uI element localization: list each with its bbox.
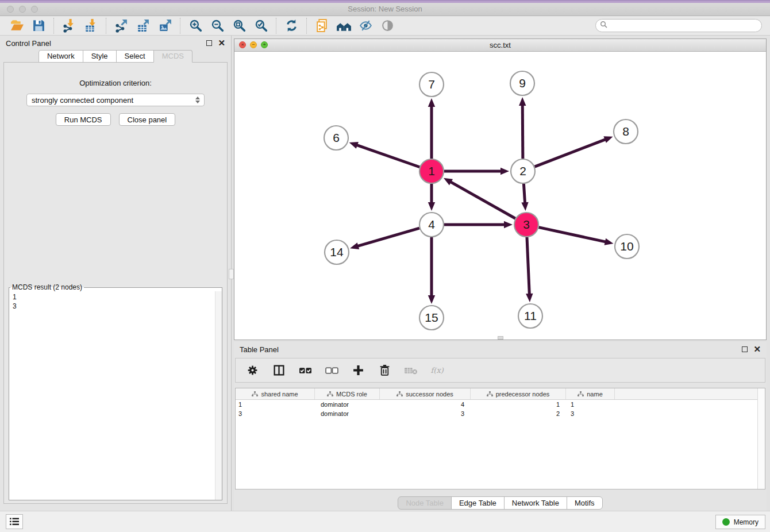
- graph-node-label-14: 14: [330, 245, 344, 259]
- zoom-fit-icon: [232, 18, 247, 33]
- control-panel-header: Control Panel ✕: [0, 36, 231, 51]
- export-network-button[interactable]: [110, 17, 132, 34]
- mcds-result-text[interactable]: 13: [10, 292, 221, 499]
- tab-node-table[interactable]: Node Table: [398, 496, 452, 510]
- float-table-panel-icon[interactable]: [742, 346, 748, 352]
- edge-arrowhead: [603, 136, 613, 143]
- export-image-button[interactable]: [154, 17, 176, 34]
- edge-arrowhead: [349, 142, 359, 149]
- zoom-out-icon: [210, 18, 225, 33]
- column-header-shared-name[interactable]: shared name: [236, 388, 315, 399]
- new-network-icon: [315, 18, 329, 33]
- run-mcds-button[interactable]: Run MCDS: [56, 113, 111, 126]
- main-area: Control Panel ✕ NetworkStyleSelectMCDS O…: [0, 36, 770, 511]
- tab-select[interactable]: Select: [116, 50, 154, 63]
- table-row[interactable]: 3dominator323: [236, 409, 765, 418]
- show-panel-button[interactable]: [376, 17, 398, 34]
- tab-edge-table[interactable]: Edge Table: [451, 496, 505, 510]
- export-image-icon: [158, 18, 172, 33]
- delete-column-button[interactable]: [377, 363, 392, 378]
- status-bar: Memory: [0, 511, 770, 532]
- home-button[interactable]: [333, 17, 355, 34]
- settings-button[interactable]: [245, 363, 260, 378]
- edge-1-6[interactable]: [356, 145, 419, 167]
- table-body: 1dominator4113dominator323: [236, 400, 765, 418]
- edge-3-1[interactable]: [450, 182, 515, 218]
- import-network-button[interactable]: [58, 17, 80, 34]
- criterion-dropdown[interactable]: strongly connected component: [26, 94, 205, 106]
- close-table-panel-icon[interactable]: ✕: [753, 346, 761, 352]
- network-window-titlebar[interactable]: × − + scc.txt: [234, 39, 766, 52]
- columns-button[interactable]: [271, 363, 286, 378]
- hide-panel-button[interactable]: [355, 17, 376, 34]
- close-panel-icon[interactable]: ✕: [218, 40, 225, 46]
- open-session-button[interactable]: [6, 17, 28, 34]
- edge-arrowhead: [350, 242, 359, 249]
- column-header-predecessor-nodes[interactable]: predecessor nodes: [471, 388, 566, 399]
- tab-mcds[interactable]: MCDS: [153, 50, 192, 63]
- column-header-name[interactable]: name: [566, 388, 615, 399]
- column-header-MCDS-role[interactable]: MCDS role: [315, 388, 380, 399]
- network-graph-canvas[interactable]: 1234678910111415: [234, 52, 766, 340]
- memory-status-icon: [722, 518, 730, 526]
- select-all-button[interactable]: [298, 363, 313, 378]
- result-scrollbar[interactable]: [215, 291, 222, 500]
- float-panel-icon[interactable]: [206, 40, 212, 46]
- close-panel-button[interactable]: Close panel: [119, 113, 176, 126]
- zoom-selected-icon: [254, 18, 268, 33]
- table-cell: 1: [471, 401, 566, 408]
- zoom-out-button[interactable]: [206, 17, 228, 34]
- table-panel-header: Table Panel ✕: [234, 342, 767, 357]
- function-icon: f(x): [430, 364, 445, 377]
- column-header-successor-nodes[interactable]: successor nodes: [380, 388, 471, 399]
- delete-column-icon: [379, 364, 391, 376]
- memory-button[interactable]: Memory: [715, 515, 765, 529]
- network-window-title: scc.txt: [234, 41, 766, 49]
- column-sort-icon: [327, 391, 333, 397]
- table-toolbar: f(x): [235, 358, 765, 383]
- column-sort-icon: [578, 391, 584, 397]
- import-table-icon: [84, 18, 98, 33]
- edge-3-10[interactable]: [538, 228, 606, 242]
- deselect-all-button[interactable]: [324, 363, 339, 378]
- splitter-handle[interactable]: [229, 269, 234, 279]
- tab-network[interactable]: Network: [38, 50, 83, 63]
- graph-node-label-9: 9: [519, 76, 526, 90]
- deselect-all-icon: [325, 364, 338, 376]
- refresh-button[interactable]: [280, 17, 302, 34]
- add-column-button[interactable]: [351, 363, 365, 378]
- table-cell: 4: [380, 401, 471, 408]
- task-history-button[interactable]: [6, 514, 23, 529]
- column-sort-icon: [487, 391, 493, 397]
- search-box[interactable]: [595, 19, 762, 32]
- tab-network-table[interactable]: Network Table: [504, 496, 567, 510]
- edge-2-3[interactable]: [523, 184, 525, 203]
- edge-2-8[interactable]: [535, 139, 606, 167]
- import-table-button[interactable]: [80, 17, 102, 34]
- tab-motifs[interactable]: Motifs: [567, 496, 603, 510]
- zoom-in-button[interactable]: [184, 17, 206, 34]
- control-panel-title: Control Panel: [6, 39, 206, 48]
- save-session-button[interactable]: [28, 17, 49, 34]
- edge-arrowhead: [428, 98, 435, 107]
- edge-arrowhead: [504, 221, 513, 228]
- edge-4-14[interactable]: [357, 228, 419, 246]
- edge-2-9[interactable]: [522, 105, 523, 159]
- network-resize-handle[interactable]: [498, 336, 503, 340]
- add-column-icon: [352, 364, 364, 376]
- zoom-fit-button[interactable]: [228, 17, 250, 34]
- table-header-row: shared nameMCDS rolesuccessor nodesprede…: [236, 388, 765, 400]
- tab-style[interactable]: Style: [83, 50, 117, 63]
- table-row[interactable]: 1dominator411: [236, 400, 765, 409]
- edge-3-11[interactable]: [527, 237, 529, 295]
- search-input[interactable]: [610, 21, 761, 31]
- table-scrollbar[interactable]: [757, 388, 765, 489]
- toolbar-separator: [276, 18, 276, 34]
- export-table-button[interactable]: [132, 17, 154, 34]
- zoom-selected-button[interactable]: [250, 17, 272, 34]
- settings-icon: [247, 364, 259, 376]
- table-panel-title: Table Panel: [240, 345, 742, 354]
- column-header-label: MCDS role: [336, 391, 367, 398]
- new-network-button[interactable]: [311, 17, 333, 34]
- refresh-icon: [284, 18, 299, 33]
